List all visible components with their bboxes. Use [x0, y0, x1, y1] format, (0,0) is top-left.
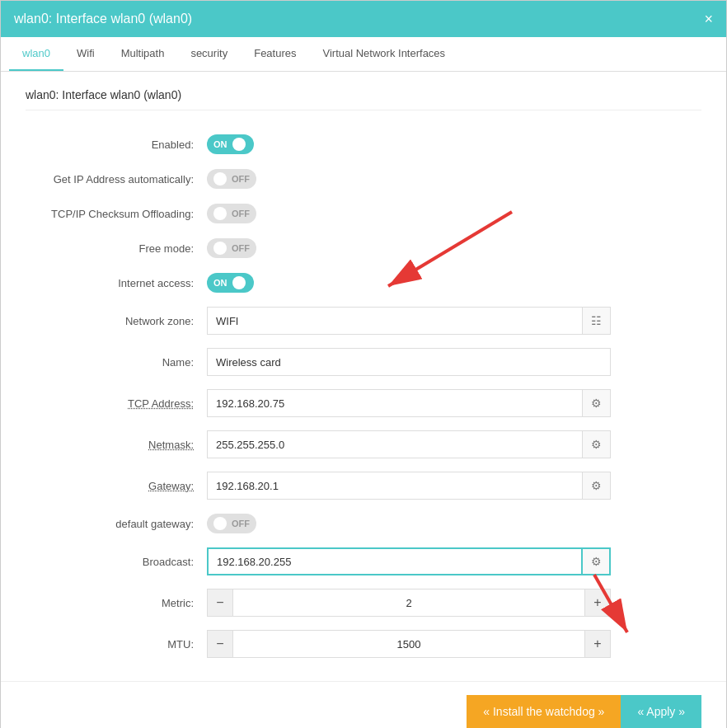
tcpaddress-input-group: ⚙ — [207, 389, 611, 417]
metric-minus-btn[interactable]: − — [207, 589, 233, 617]
name-row: Name: — [26, 341, 701, 383]
getip-toggle[interactable]: OFF — [207, 169, 256, 189]
titlebar: wlan0: Interface wlan0 (wlan0) × — [1, 1, 726, 37]
networkzone-row: Network zone: ☷ — [26, 300, 701, 341]
networkzone-btn[interactable]: ☷ — [583, 307, 611, 335]
gateway-row: Gateway: ⚙ — [26, 465, 701, 506]
window-title: wlan0: Interface wlan0 (wlan0) — [14, 12, 192, 26]
content-area: wlan0: Interface wlan0 (wlan0) Enabled: … — [1, 72, 726, 681]
gateway-input[interactable] — [207, 472, 583, 500]
metric-stepper: − + — [207, 589, 611, 617]
tcpaddress-label: TCP Address: — [26, 397, 207, 410]
freemode-label: Free mode: — [26, 242, 207, 255]
netmask-input[interactable] — [207, 430, 583, 458]
name-input-group — [207, 348, 611, 376]
page-title: wlan0: Interface wlan0 (wlan0) — [26, 88, 701, 110]
toggle-on-label2[interactable]: ON — [207, 273, 254, 293]
mtu-stepper: − + — [207, 630, 611, 658]
mtu-plus-btn[interactable]: + — [584, 630, 611, 658]
freemode-control: OFF — [207, 238, 701, 258]
toggle-off-label2[interactable]: OFF — [207, 204, 256, 223]
metric-plus-btn[interactable]: + — [584, 589, 611, 617]
toggle-off-label4[interactable]: OFF — [207, 514, 256, 533]
gateway-btn[interactable]: ⚙ — [583, 472, 611, 500]
networkzone-input[interactable] — [207, 307, 583, 335]
tcpaddress-input[interactable] — [207, 389, 583, 417]
internet-label: Internet access: — [26, 277, 207, 289]
networkzone-label: Network zone: — [26, 315, 207, 327]
internet-control: ON — [207, 273, 701, 293]
broadcast-control: ⚙ — [207, 547, 701, 575]
tcpaddress-row: TCP Address: ⚙ — [26, 383, 701, 424]
main-window: wlan0: Interface wlan0 (wlan0) × wlan0 W… — [0, 0, 727, 728]
broadcast-btn[interactable]: ⚙ — [583, 547, 611, 575]
metric-label: Metric: — [26, 597, 207, 609]
metric-control: − + — [207, 589, 701, 617]
checksum-row: TCP/IP Checksum Offloading: OFF — [26, 196, 701, 231]
toggle-off-label3[interactable]: OFF — [207, 238, 256, 258]
netmask-btn[interactable]: ⚙ — [583, 430, 611, 458]
metric-input[interactable] — [233, 589, 584, 617]
gateway-control: ⚙ — [207, 472, 701, 500]
netmask-input-group: ⚙ — [207, 430, 611, 458]
tab-wifi[interactable]: Wifi — [63, 37, 108, 71]
enabled-control: ON — [207, 134, 701, 154]
mtu-minus-btn[interactable]: − — [207, 630, 233, 658]
defaultgateway-label: default gateway: — [26, 518, 207, 530]
internet-toggle[interactable]: ON — [207, 273, 254, 293]
toggle-off-label[interactable]: OFF — [207, 169, 256, 189]
watchdog-button[interactable]: « Install the watchdog » — [467, 695, 621, 728]
checksum-control: OFF — [207, 204, 701, 223]
defaultgateway-row: default gateway: OFF — [26, 506, 701, 541]
metric-row: Metric: − + — [26, 582, 701, 623]
main-content: wlan0: Interface wlan0 (wlan0) Enabled: … — [1, 72, 726, 681]
defaultgateway-control: OFF — [207, 514, 701, 533]
footer: « Install the watchdog » « Apply » — [1, 681, 726, 728]
tab-bar: wlan0 Wifi Multipath security Features V… — [1, 37, 726, 72]
broadcast-input-group: ⚙ — [207, 547, 611, 575]
broadcast-label: Broadcast: — [26, 556, 207, 568]
tab-features[interactable]: Features — [241, 37, 309, 71]
enabled-label: Enabled: — [26, 139, 207, 151]
gateway-label: Gateway: — [26, 480, 207, 492]
freemode-row: Free mode: OFF — [26, 231, 701, 265]
name-control — [207, 348, 701, 376]
mtu-row: MTU: − + — [26, 623, 701, 665]
netmask-label: Netmask: — [26, 439, 207, 451]
toggle-on-label[interactable]: ON — [207, 134, 254, 154]
tab-security[interactable]: security — [177, 37, 241, 71]
defaultgateway-toggle[interactable]: OFF — [207, 514, 256, 533]
mtu-input[interactable] — [233, 630, 584, 658]
checksum-label: TCP/IP Checksum Offloading: — [26, 208, 207, 220]
mtu-control: − + — [207, 630, 701, 658]
networkzone-control: ☷ — [207, 307, 701, 335]
getip-control: OFF — [207, 169, 701, 189]
form: Enabled: ON Get IP Address automatically… — [26, 127, 701, 665]
mtu-label: MTU: — [26, 638, 207, 651]
internet-row: Internet access: ON — [26, 265, 701, 300]
tab-virtual-network[interactable]: Virtual Network Interfaces — [310, 37, 459, 71]
name-label: Name: — [26, 356, 207, 369]
networkzone-input-group: ☷ — [207, 307, 611, 335]
enabled-row: Enabled: ON — [26, 127, 701, 162]
tab-multipath[interactable]: Multipath — [108, 37, 178, 71]
netmask-row: Netmask: ⚙ — [26, 424, 701, 465]
tcpaddress-control: ⚙ — [207, 389, 701, 417]
tab-wlan0[interactable]: wlan0 — [9, 37, 63, 71]
getip-label: Get IP Address automatically: — [26, 173, 207, 186]
enabled-toggle[interactable]: ON — [207, 134, 254, 154]
apply-button[interactable]: « Apply » — [621, 695, 701, 728]
tcpaddress-btn[interactable]: ⚙ — [583, 389, 611, 417]
freemode-toggle[interactable]: OFF — [207, 238, 256, 258]
broadcast-input[interactable] — [207, 547, 583, 575]
close-button[interactable]: × — [704, 12, 713, 26]
gateway-input-group: ⚙ — [207, 472, 611, 500]
broadcast-row: Broadcast: ⚙ — [26, 541, 701, 582]
checksum-toggle[interactable]: OFF — [207, 204, 256, 223]
netmask-control: ⚙ — [207, 430, 701, 458]
getip-row: Get IP Address automatically: OFF — [26, 162, 701, 196]
name-input[interactable] — [207, 348, 611, 376]
